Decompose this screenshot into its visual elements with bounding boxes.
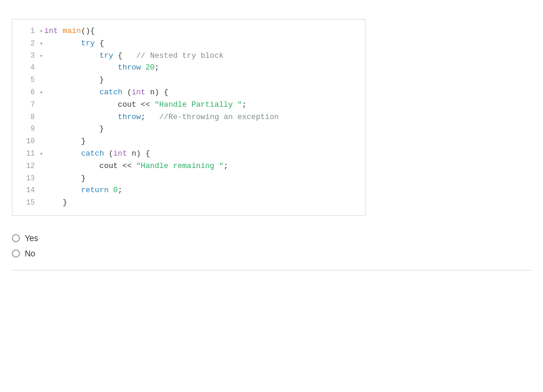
line-number: 10 — [18, 136, 35, 147]
code-token: "Handle Partially " — [154, 100, 242, 109]
line-number: 9 — [18, 124, 35, 135]
code-content: } — [44, 136, 85, 148]
code-token: throw — [118, 113, 141, 121]
line-number: 4 — [18, 62, 35, 74]
code-token: int — [44, 27, 62, 35]
code-token: { — [113, 51, 136, 60]
code-content: } — [44, 74, 104, 87]
code-line: 4 throw 20; — [12, 62, 365, 74]
code-line: 1▾int main(){ — [12, 25, 365, 38]
code-token: 0 — [113, 186, 118, 195]
line-arrow: ▾ — [40, 150, 43, 159]
code-token — [108, 186, 113, 195]
code-token — [44, 100, 118, 109]
code-token: } — [44, 124, 104, 133]
line-number: 7 — [18, 100, 35, 111]
radio-opt-no[interactable] — [12, 249, 20, 258]
code-token: // Nested try block — [136, 51, 223, 60]
code-token: cout << — [118, 100, 154, 109]
code-token — [141, 63, 146, 72]
code-token: try — [81, 39, 94, 48]
code-token: int — [113, 149, 127, 158]
code-token — [44, 186, 81, 195]
code-content: int main(){ — [44, 25, 95, 38]
code-content: try { — [44, 38, 104, 50]
code-token: try — [100, 51, 113, 60]
code-token — [44, 39, 81, 48]
code-line: 13 } — [12, 173, 365, 185]
line-number: 15 — [18, 197, 35, 209]
code-content: throw 20; — [44, 62, 159, 74]
code-line: 2▾ try { — [12, 38, 365, 50]
code-line: 5 } — [12, 74, 365, 87]
code-block: 1▾int main(){2▾ try {3▾ try { // Nested … — [12, 19, 366, 216]
code-token: "Handle remaining " — [136, 162, 223, 170]
code-token: int — [131, 88, 145, 97]
code-line: 8 throw; //Re-throwing an exception — [12, 111, 365, 124]
code-content: catch (int n) { — [44, 148, 150, 160]
code-content: cout << "Handle remaining "; — [44, 160, 228, 173]
code-token — [44, 63, 118, 72]
code-token: ; — [141, 113, 159, 121]
code-content: throw; //Re-throwing an exception — [44, 111, 279, 124]
radio-opt-yes[interactable] — [12, 234, 20, 242]
code-token: } — [44, 174, 85, 183]
option-opt-no[interactable]: No — [12, 249, 531, 258]
code-content: } — [44, 197, 67, 209]
line-number: 1 — [18, 26, 35, 37]
code-content: } — [44, 173, 85, 185]
code-token: ; — [154, 63, 159, 72]
line-number: 8 — [18, 112, 35, 123]
code-token — [44, 88, 100, 97]
line-arrow: ▾ — [40, 39, 43, 49]
option-label-opt-no: No — [25, 249, 35, 258]
line-number: 3 — [18, 51, 35, 62]
code-token: return — [81, 186, 108, 195]
code-token: { — [95, 39, 104, 48]
code-token: ; — [118, 186, 123, 195]
line-number: 13 — [18, 173, 35, 185]
code-token: n) { — [127, 149, 150, 158]
code-line: 3▾ try { // Nested try block — [12, 50, 365, 62]
code-token: n) { — [146, 88, 169, 97]
line-number: 5 — [18, 75, 35, 86]
question-container: 1▾int main(){2▾ try {3▾ try { // Nested … — [12, 19, 531, 258]
code-token: ; — [242, 100, 246, 109]
code-token: ( — [123, 88, 132, 97]
code-token: ( — [104, 149, 113, 158]
code-line: 11▾ catch (int n) { — [12, 148, 365, 160]
line-number: 2 — [18, 38, 35, 50]
code-line: 12 cout << "Handle remaining "; — [12, 160, 365, 173]
option-opt-yes[interactable]: Yes — [12, 233, 531, 243]
code-token: throw — [118, 63, 141, 72]
line-arrow: ▾ — [40, 88, 43, 98]
code-token: 20 — [146, 63, 155, 72]
line-arrow: ▾ — [40, 27, 43, 37]
code-token: main — [62, 27, 81, 35]
line-number: 14 — [18, 185, 35, 196]
code-token: catch — [100, 88, 123, 97]
code-content: cout << "Handle Partially "; — [44, 99, 246, 111]
line-arrow: ▾ — [40, 52, 43, 61]
code-content: try { // Nested try block — [44, 50, 223, 62]
line-number: 6 — [18, 87, 35, 98]
code-token: catch — [81, 149, 104, 158]
line-number: 11 — [18, 149, 35, 160]
code-line: 7 cout << "Handle Partially "; — [12, 99, 365, 111]
line-number: 12 — [18, 161, 35, 172]
code-token: ; — [223, 162, 228, 170]
options-container: YesNo — [12, 233, 531, 258]
code-token: } — [44, 137, 85, 146]
code-token: //Re-throwing an exception — [159, 113, 279, 121]
option-label-opt-yes: Yes — [25, 233, 38, 243]
code-token: } — [44, 75, 104, 84]
code-line: 9 } — [12, 123, 365, 136]
divider — [12, 270, 531, 271]
code-content: catch (int n) { — [44, 87, 169, 99]
code-line: 10 } — [12, 136, 365, 148]
code-token: cout << — [44, 162, 136, 170]
code-token — [44, 149, 81, 158]
code-content: return 0; — [44, 185, 123, 197]
code-token — [44, 113, 118, 121]
code-line: 15 } — [12, 197, 365, 209]
